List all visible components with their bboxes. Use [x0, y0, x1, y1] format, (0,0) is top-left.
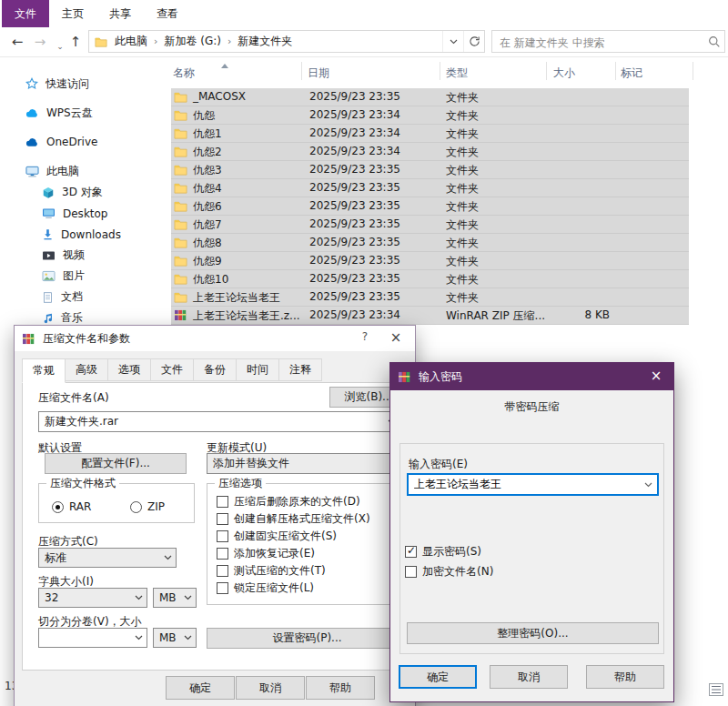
sidebar-item-documents[interactable]: 文档 — [0, 287, 168, 308]
table-row[interactable]: 仇怨62025/9/23 23:35文件夹 — [171, 197, 689, 216]
update-mode-combo[interactable]: 添加并替换文件 — [207, 453, 408, 474]
encrypt-filenames-checkbox[interactable]: 加密文件名(N) — [405, 563, 493, 580]
refresh-icon[interactable] — [463, 31, 484, 52]
address-dropdown-icon[interactable] — [442, 31, 463, 52]
search-box[interactable] — [491, 30, 725, 53]
up-icon[interactable]: ↑ — [66, 33, 86, 51]
archive-name-combo[interactable]: 新建文件夹.rar — [38, 411, 400, 432]
compression-option-checkbox[interactable]: 创建自解压格式压缩文件(X) — [217, 510, 370, 528]
breadcrumb-item[interactable]: 此电脑 — [111, 34, 151, 49]
table-row[interactable]: 仇怨72025/9/23 23:35文件夹 — [171, 216, 689, 234]
star-icon — [25, 77, 38, 90]
column-divider — [615, 62, 616, 80]
file-list: 名称日期类型大小标记 _MACOSX2025/9/23 23:35文件夹仇怨20… — [168, 56, 728, 329]
column-header-date[interactable]: 日期 — [308, 66, 329, 81]
table-row[interactable]: 仇怨2025/9/23 23:34文件夹 — [171, 106, 689, 125]
sidebar-item-this-pc[interactable]: 此电脑 — [0, 160, 168, 182]
sidebar-item-label: OneDrive — [46, 136, 97, 148]
navigation-bar: ← → ⌄ ↑ 此电脑›新加卷 (G:)›新建文件夹 — [0, 27, 728, 57]
chevron-down-icon[interactable] — [135, 595, 143, 600]
ribbon-tab-view[interactable]: 查看 — [144, 0, 191, 27]
compression-option-checkbox[interactable]: 锁定压缩文件(L) — [217, 580, 370, 597]
ribbon-tab-file[interactable]: 文件 — [2, 0, 49, 27]
format-zip-radio[interactable]: ZIP — [130, 500, 165, 513]
column-header-tags[interactable]: 标记 — [621, 66, 642, 81]
dialog-tab-6[interactable]: 注释 — [278, 358, 322, 381]
details-view-icon[interactable] — [709, 683, 723, 696]
ribbon-tab-share[interactable]: 共享 — [96, 0, 144, 27]
cancel-button[interactable]: 取消 — [236, 676, 305, 700]
sidebar-item-label: WPS云盘 — [46, 106, 93, 121]
address-bar[interactable]: 此电脑›新加卷 (G:)›新建文件夹 — [88, 30, 485, 53]
column-header-type[interactable]: 类型 — [446, 66, 468, 81]
cancel-button[interactable]: 取消 — [490, 665, 568, 689]
sidebar-item-3d-objects[interactable]: 3D 对象 — [0, 182, 168, 203]
search-input[interactable] — [498, 32, 706, 53]
compression-method-combo[interactable]: 标准 — [38, 548, 177, 568]
profiles-button[interactable]: 配置文件(F)... — [45, 453, 187, 474]
dialog-tab-5[interactable]: 时间 — [236, 358, 279, 381]
compression-option-checkbox[interactable]: 创建固实压缩文件(S) — [217, 528, 370, 545]
breadcrumb-item[interactable]: 新建文件夹 — [234, 34, 296, 49]
ribbon-tab-home[interactable]: 主页 — [49, 0, 96, 27]
table-row[interactable]: 仇怨92025/9/23 23:35文件夹 — [171, 252, 689, 270]
chevron-down-icon[interactable] — [135, 635, 143, 640]
forward-icon[interactable]: → — [30, 33, 50, 51]
table-row[interactable]: _MACOSX2025/9/23 23:35文件夹 — [171, 88, 689, 106]
close-icon[interactable]: × — [648, 368, 664, 384]
organize-passwords-button[interactable]: 整理密码(O)... — [407, 622, 659, 644]
dialog-tab-4[interactable]: 备份 — [193, 358, 237, 381]
chevron-down-icon[interactable] — [644, 482, 652, 488]
chevron-down-icon[interactable] — [184, 635, 192, 640]
ok-button[interactable]: 确定 — [166, 676, 235, 700]
table-row[interactable]: 仇怨22025/9/23 23:34文件夹 — [171, 143, 689, 161]
file-type: 文件夹 — [446, 181, 479, 197]
set-password-button[interactable]: 设置密码(P)... — [207, 628, 408, 649]
help-button[interactable]: 帮助 — [586, 665, 664, 689]
column-header-name[interactable]: 名称 — [173, 66, 195, 81]
compression-option-checkbox[interactable]: 添加恢复记录(E) — [217, 545, 370, 562]
dialog-tab-3[interactable]: 文件 — [150, 358, 194, 381]
close-icon[interactable]: × — [388, 329, 404, 346]
dictionary-unit-combo[interactable]: MB — [153, 588, 197, 608]
table-row[interactable]: 仇怨102025/9/23 23:35文件夹 — [171, 270, 689, 288]
table-row[interactable]: 仇怨42025/9/23 23:35文件夹 — [171, 179, 689, 197]
dialog-tab-2[interactable]: 选项 — [107, 358, 151, 381]
sidebar-item-downloads[interactable]: Downloads — [0, 224, 168, 245]
table-row[interactable]: 仇怨32025/9/23 23:35文件夹 — [171, 161, 689, 179]
file-date: 2025/9/23 23:35 — [309, 90, 400, 103]
folder-icon — [174, 273, 187, 285]
table-row[interactable]: 上老王论坛当老王2025/9/23 23:35文件夹 — [171, 288, 689, 307]
dialog-help-icon[interactable]: ? — [357, 330, 373, 343]
show-password-checkbox[interactable]: 显示密码(S) — [405, 543, 481, 560]
sidebar-item-wps-cloud[interactable]: WPS云盘 — [0, 102, 168, 124]
chevron-down-icon[interactable] — [164, 555, 172, 560]
sidebar-item-pictures[interactable]: 图片 — [0, 266, 168, 287]
chevron-down-icon[interactable] — [184, 595, 192, 600]
dictionary-size-combo[interactable]: 32 — [38, 588, 147, 608]
sidebar-item-onedrive[interactable]: OneDrive — [0, 131, 168, 153]
back-icon[interactable]: ← — [7, 33, 27, 51]
sidebar-item-label: 音乐 — [61, 310, 83, 326]
compression-option-checkbox[interactable]: 压缩后删除原来的文件(D) — [217, 493, 370, 510]
password-input[interactable] — [412, 475, 644, 494]
split-volumes-combo[interactable] — [38, 628, 147, 648]
sidebar-item-videos[interactable]: 视频 — [0, 245, 168, 266]
dialog-tab-1[interactable]: 高级 — [65, 358, 108, 381]
split-unit-combo[interactable]: MB — [153, 628, 197, 648]
table-row[interactable]: 上老王论坛当老王.z...2025/9/23 23:34WinRAR ZIP 压… — [171, 307, 689, 325]
table-row[interactable]: 仇怨82025/9/23 23:35文件夹 — [171, 234, 689, 252]
file-date: 2025/9/23 23:35 — [309, 272, 400, 285]
checkbox-icon — [217, 496, 228, 508]
column-header-size[interactable]: 大小 — [553, 66, 575, 81]
sidebar-item-desktop[interactable]: Desktop — [0, 203, 168, 224]
sidebar-item-quick-access[interactable]: 快速访问 — [0, 73, 168, 95]
format-rar-radio[interactable]: RAR — [52, 500, 91, 513]
breadcrumb-item[interactable]: 新加卷 (G:) — [160, 34, 225, 49]
dialog-tab-0[interactable]: 常规 — [22, 358, 66, 383]
help-button[interactable]: 帮助 — [306, 676, 375, 700]
compression-option-checkbox[interactable]: 测试压缩的文件(T) — [217, 562, 370, 580]
cloudone-icon — [25, 136, 39, 147]
table-row[interactable]: 仇怨12025/9/23 23:34文件夹 — [171, 125, 689, 143]
ok-button[interactable]: 确定 — [399, 665, 477, 689]
